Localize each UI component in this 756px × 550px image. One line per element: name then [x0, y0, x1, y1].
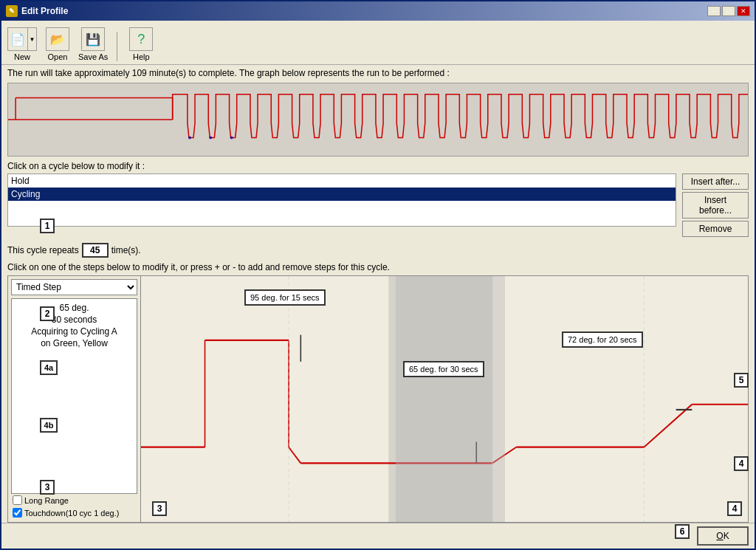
open-button[interactable]: 📂 Open [43, 27, 72, 61]
save-as-button[interactable]: 💾 Save As [78, 27, 108, 61]
repeat-prefix: This cycle repeats [7, 245, 79, 255]
cycle-item-hold[interactable]: Hold [8, 174, 676, 188]
cycle-section: Click on a cycle below to modify it : Ho… [1, 158, 755, 240]
long-range-checkbox[interactable] [13, 495, 22, 505]
maximize-button[interactable]: □ [722, 6, 735, 16]
modify-bar: Click on one of the steps below to modif… [1, 261, 755, 275]
cycle-section-label: Click on a cycle below to modify it : [7, 161, 749, 171]
open-label: Open [48, 52, 68, 61]
cycle-list[interactable]: Hold Cycling [7, 173, 676, 227]
step-box-1-label: 95 deg. for 15 secs [250, 293, 320, 302]
main-window: ✎ Edit Profile ─ □ ✕ 📄 ▼ New 📂 Open 💾 S [0, 0, 756, 550]
minimize-button[interactable]: ─ [707, 6, 721, 16]
title-buttons: ─ □ ✕ [707, 6, 750, 16]
step-detail-acquiring: Acquiring to Cycling A [15, 326, 134, 337]
step-graph: - + [141, 276, 748, 522]
ok-label: OK [716, 531, 729, 541]
step-details: 65 deg. 30 seconds Acquiring to Cycling … [11, 298, 137, 494]
window-icon: ✎ [6, 5, 18, 17]
profile-graph [7, 83, 749, 157]
ok-button[interactable]: OK [697, 526, 749, 546]
insert-after-button[interactable]: Insert after... [682, 173, 749, 190]
help-button[interactable]: ? Help [126, 27, 156, 61]
cycle-item-cycling[interactable]: Cycling [8, 188, 676, 201]
remove-button[interactable]: Remove [682, 221, 749, 237]
toolbar: 📄 ▼ New 📂 Open 💾 Save As ? Help [1, 21, 755, 65]
title-bar: ✎ Edit Profile ─ □ ✕ [1, 1, 755, 21]
step-detail-color: on Green, Yellow [15, 337, 134, 349]
new-dropdown-arrow[interactable]: ▼ [28, 27, 37, 51]
touchdown-checkbox[interactable] [13, 508, 22, 518]
touchdown-label: Touchdown(10 cyc 1 deg.) [24, 509, 119, 518]
step-box-2-label: 65 deg. for 30 secs [409, 365, 478, 374]
step-box-2[interactable]: 65 deg. for 30 secs [403, 361, 484, 377]
step-detail-time: 30 seconds [15, 314, 134, 326]
title-bar-left: ✎ Edit Profile [6, 5, 68, 17]
help-label: Help [133, 52, 150, 61]
repeat-suffix: time(s). [111, 245, 141, 255]
svg-point-5 [188, 137, 191, 140]
info-text: The run will take approximately 109 minu… [7, 68, 450, 78]
step-box-1[interactable]: 95 deg. for 15 secs [244, 289, 326, 306]
left-panel: Timed Step 65 deg. 30 seconds Acquiring … [8, 276, 141, 522]
long-range-label: Long Range [24, 496, 69, 505]
svg-point-7 [230, 137, 233, 140]
toolbar-separator [117, 32, 117, 61]
profile-graph-svg [8, 83, 748, 156]
cycle-list-area: Hold Cycling Insert after... Insert befo… [7, 173, 749, 237]
touchdown-row: Touchdown(10 cyc 1 deg.) [11, 506, 137, 519]
new-button-wrapper: 📄 ▼ New [7, 27, 37, 61]
cycle-buttons: Insert after... Insert before... Remove [682, 173, 749, 237]
svg-point-6 [209, 137, 212, 140]
repeat-bar: This cycle repeats 45 time(s). [1, 240, 755, 261]
insert-before-button[interactable]: Insert before... [682, 192, 749, 219]
main-step-area: Timed Step 65 deg. 30 seconds Acquiring … [7, 275, 749, 523]
label-3: 3 [152, 501, 167, 516]
label-4: 4 [727, 501, 742, 516]
footer: OK [1, 523, 755, 549]
shaded-region [396, 276, 505, 522]
new-button[interactable]: 📄 [7, 27, 28, 51]
modify-text: Click on one of the steps below to modif… [7, 262, 390, 272]
long-range-row: Long Range [11, 494, 137, 506]
step-detail-temp: 65 deg. [15, 302, 134, 314]
new-label: New [14, 52, 30, 61]
repeat-count-input[interactable]: 45 [82, 243, 109, 258]
step-box-3[interactable]: 72 deg. for 20 secs [562, 331, 643, 348]
close-button[interactable]: ✕ [737, 6, 750, 16]
save-as-label: Save As [78, 52, 108, 61]
step-box-3-label: 72 deg. for 20 secs [568, 335, 637, 344]
step-type-select[interactable]: Timed Step [11, 279, 137, 295]
window-title: Edit Profile [21, 6, 68, 16]
info-bar: The run will take approximately 109 minu… [1, 65, 755, 81]
